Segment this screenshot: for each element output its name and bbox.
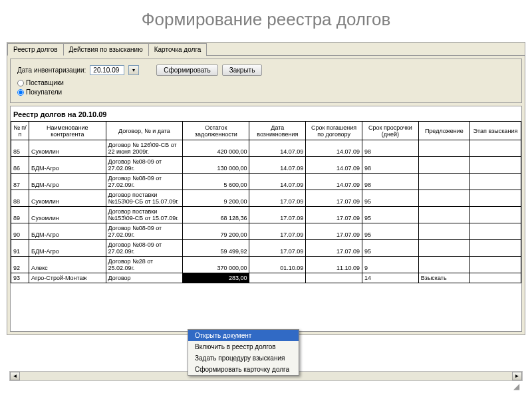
date-picker-button[interactable]: ▾ xyxy=(128,65,139,75)
cell[interactable] xyxy=(469,140,521,157)
table-row[interactable]: 88СухомлинДоговор поставки №153\09-СБ от… xyxy=(11,190,521,207)
cell[interactable]: 95 xyxy=(362,207,418,223)
cell[interactable] xyxy=(418,240,469,257)
cell[interactable] xyxy=(418,207,469,223)
cell[interactable]: 98 xyxy=(362,157,418,174)
cell[interactable]: 89 xyxy=(11,207,29,223)
cell[interactable]: 14.07.09 xyxy=(249,174,306,190)
cell[interactable]: 91 xyxy=(11,240,29,257)
cell[interactable]: 370 000,00 xyxy=(183,257,249,273)
table-row[interactable]: 90БДМ-АгроДоговор №08-09 от 27.02.09г.79… xyxy=(11,223,521,240)
cell[interactable] xyxy=(418,157,469,174)
scroll-left-icon[interactable]: ◄ xyxy=(10,372,20,380)
cell[interactable]: 92 xyxy=(11,257,29,273)
radio-suppliers-input[interactable] xyxy=(17,80,24,86)
table-row[interactable]: 87БДМ-АгроДоговор №08-09 от 27.02.09г.5 … xyxy=(11,174,521,190)
cell[interactable]: 68 128,36 xyxy=(183,207,249,223)
cell[interactable]: 130 000,00 xyxy=(183,157,249,174)
cell[interactable]: 17.07.09 xyxy=(249,223,306,240)
cell[interactable]: 98 xyxy=(362,174,418,190)
cell[interactable]: БДМ-Агро xyxy=(29,223,106,240)
cell[interactable]: 11.10.09 xyxy=(306,257,362,273)
cell[interactable]: 17.07.09 xyxy=(306,207,362,223)
cell[interactable] xyxy=(469,157,521,174)
table-row[interactable]: 92АлексДоговор №28 от 25.02.09г.370 000,… xyxy=(11,257,521,273)
cell[interactable]: 14.07.09 xyxy=(306,157,362,174)
cell[interactable]: 17.07.09 xyxy=(249,240,306,257)
cell[interactable] xyxy=(249,273,306,283)
cell[interactable]: 9 xyxy=(362,257,418,273)
cell[interactable]: 17.07.09 xyxy=(249,190,306,207)
cell[interactable]: 14.07.09 xyxy=(249,140,306,157)
cell[interactable] xyxy=(418,174,469,190)
table-row[interactable]: 91БДМ-АгроДоговор №08-09 от 27.02.09г.59… xyxy=(11,240,521,257)
cell[interactable]: БДМ-Агро xyxy=(29,174,106,190)
cell[interactable]: 420 000,00 xyxy=(183,140,249,157)
cell[interactable]: БДМ-Агро xyxy=(29,240,106,257)
cell[interactable]: 59 499,92 xyxy=(183,240,249,257)
cell[interactable]: Договор №08-09 от 27.02.09г. xyxy=(106,174,183,190)
cell[interactable]: 95 xyxy=(362,223,418,240)
cell[interactable]: Договор №28 от 25.02.09г. xyxy=(106,257,183,273)
cell[interactable]: 93 xyxy=(11,273,29,283)
cell[interactable] xyxy=(469,174,521,190)
cell[interactable]: 17.07.09 xyxy=(306,240,362,257)
radio-suppliers[interactable]: Поставщики xyxy=(17,78,515,88)
cell[interactable]: 85 xyxy=(11,140,29,157)
cell[interactable]: 86 xyxy=(11,157,29,174)
cell[interactable] xyxy=(469,190,521,207)
cell[interactable]: Сухомлин xyxy=(29,190,106,207)
cell[interactable]: 14.07.09 xyxy=(306,174,362,190)
cell[interactable]: Алекс xyxy=(29,257,106,273)
cell[interactable]: 14 xyxy=(362,273,418,283)
cell[interactable] xyxy=(469,257,521,273)
tab-registry[interactable]: Реестр долгов xyxy=(7,43,64,56)
cell[interactable] xyxy=(306,273,362,283)
cell[interactable] xyxy=(469,223,521,240)
cell[interactable]: Договор xyxy=(106,273,183,283)
inventory-date-input[interactable]: 20.10.09 xyxy=(90,65,124,75)
form-button[interactable]: Сформировать xyxy=(156,65,218,76)
cell[interactable] xyxy=(418,223,469,240)
cell[interactable]: Агро-Строй-Монтаж xyxy=(29,273,106,283)
menu-include-registry[interactable]: Включить в реестр долгов xyxy=(188,341,299,352)
cell[interactable]: 5 600,00 xyxy=(183,174,249,190)
radio-buyers-input[interactable] xyxy=(17,89,24,96)
cell[interactable]: 01.10.09 xyxy=(249,257,306,273)
cell[interactable]: 98 xyxy=(362,140,418,157)
close-button[interactable]: Закрыть xyxy=(222,65,263,76)
menu-set-procedure[interactable]: Задать процедуру взыскания xyxy=(188,352,299,364)
table-row[interactable]: 89СухомлинДоговор поставки №153\09-СБ от… xyxy=(11,207,521,223)
cell[interactable]: 95 xyxy=(362,240,418,257)
cell[interactable] xyxy=(418,190,469,207)
cell[interactable]: Взыскать xyxy=(418,273,469,283)
cell[interactable]: 17.07.09 xyxy=(306,190,362,207)
menu-open-document[interactable]: Открыть документ xyxy=(188,330,299,341)
cell[interactable]: 87 xyxy=(11,174,29,190)
cell[interactable] xyxy=(469,273,521,283)
cell[interactable]: 79 200,00 xyxy=(183,223,249,240)
cell[interactable]: 17.07.09 xyxy=(249,207,306,223)
tab-card[interactable]: Карточка долга xyxy=(148,43,207,56)
report-area[interactable]: Реестр долгов на 20.10.09 № п/п Наименов… xyxy=(10,106,522,332)
cell[interactable]: 283,00 xyxy=(183,273,249,283)
menu-form-card[interactable]: Сформировать карточку долга xyxy=(188,364,299,375)
table-row[interactable]: 85СухомлинДоговор № 126\09-СБ от 22 июня… xyxy=(11,140,521,157)
cell[interactable]: 14.07.09 xyxy=(306,140,362,157)
cell[interactable]: 90 xyxy=(11,223,29,240)
cell[interactable]: 14.07.09 xyxy=(249,157,306,174)
cell[interactable] xyxy=(469,240,521,257)
cell[interactable]: 9 200,00 xyxy=(183,190,249,207)
cell[interactable]: Сухомлин xyxy=(29,140,106,157)
radio-buyers[interactable]: Покупатели xyxy=(17,88,515,97)
cell[interactable]: 17.07.09 xyxy=(306,223,362,240)
cell[interactable] xyxy=(418,257,469,273)
table-row[interactable]: 93Агро-Строй-МонтажДоговор283,0014Взыска… xyxy=(11,273,521,283)
cell[interactable]: Сухомлин xyxy=(29,207,106,223)
cell[interactable]: 95 xyxy=(362,190,418,207)
scroll-right-icon[interactable]: ► xyxy=(512,372,522,380)
tab-actions[interactable]: Действия по взысканию xyxy=(63,43,149,56)
cell[interactable]: Договор №08-09 от 27.02.09г. xyxy=(106,157,183,174)
cell[interactable]: Договор №08-09 от 27.02.09г. xyxy=(106,240,183,257)
cell[interactable]: Договор №08-09 от 27.02.09г. xyxy=(106,223,183,240)
